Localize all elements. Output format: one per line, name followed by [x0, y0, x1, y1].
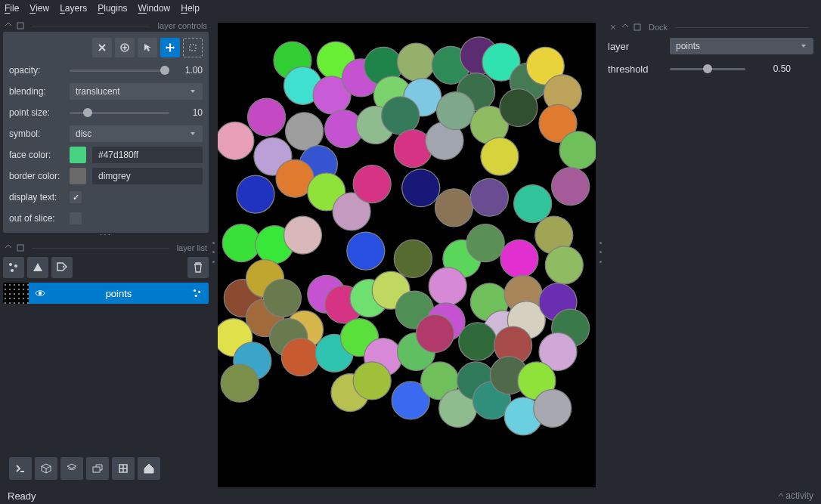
undock-icon[interactable] — [5, 244, 12, 252]
menu-layers[interactable]: Layers — [60, 3, 87, 14]
new-points-layer-button[interactable] — [3, 257, 24, 278]
widget-layer-value: points — [676, 41, 700, 51]
facecolor-label: face color: — [9, 150, 64, 160]
pointsize-label: point size: — [9, 107, 64, 118]
svg-rect-106 — [634, 24, 640, 30]
status-bar: Ready activity — [0, 487, 821, 504]
undock-icon[interactable] — [5, 22, 12, 29]
viewer-toolbar — [3, 453, 209, 484]
status-text: Ready — [8, 490, 36, 502]
displaytext-label: display text: — [9, 192, 64, 203]
roll-dims-button[interactable] — [60, 457, 83, 480]
svg-rect-11 — [93, 467, 100, 472]
svg-point-3 — [9, 263, 12, 266]
layer-controls-title: layer controls — [158, 21, 207, 30]
panel-resize-handle[interactable]: ··· — [3, 233, 209, 240]
svg-point-43 — [559, 131, 596, 169]
layer-name: points — [51, 288, 186, 299]
svg-point-48 — [353, 165, 391, 203]
widget-threshold-value[interactable]: 0.50 — [753, 63, 791, 74]
svg-point-6 — [63, 266, 64, 267]
outofslice-label: out of slice: — [9, 213, 64, 224]
svg-point-49 — [402, 169, 440, 207]
svg-point-85 — [281, 339, 319, 376]
visibility-icon[interactable] — [35, 288, 45, 298]
bordercolor-swatch[interactable] — [70, 168, 86, 184]
svg-point-4 — [14, 264, 17, 267]
opacity-label: opacity: — [9, 65, 64, 76]
delete-mode-button[interactable] — [92, 38, 112, 57]
activity-indicator[interactable]: activity — [778, 490, 813, 501]
menu-bar: File View Layers Plugins Window Help — [0, 0, 821, 17]
pointsize-slider[interactable] — [70, 107, 169, 118]
new-shapes-layer-button[interactable] — [27, 257, 48, 278]
menu-view[interactable]: View — [29, 3, 49, 14]
blending-dropdown[interactable]: translucent — [70, 83, 203, 100]
svg-point-40 — [481, 138, 519, 175]
svg-point-10 — [195, 295, 197, 297]
svg-point-41 — [500, 89, 538, 127]
symbol-label: symbol: — [9, 128, 64, 139]
svg-point-62 — [500, 240, 538, 277]
svg-rect-2 — [17, 245, 23, 251]
svg-point-90 — [416, 314, 454, 352]
outofslice-checkbox[interactable] — [70, 212, 82, 224]
transform-mode-button[interactable] — [183, 38, 203, 57]
close-icon[interactable] — [609, 23, 617, 31]
svg-point-44 — [237, 175, 274, 213]
canvas-area — [212, 17, 602, 487]
chevron-down-icon — [800, 42, 807, 50]
svg-point-54 — [552, 168, 590, 206]
float-icon[interactable] — [17, 22, 24, 29]
left-sidebar: layer controls — [0, 17, 212, 487]
float-icon[interactable] — [17, 244, 24, 252]
widget-layer-dropdown[interactable]: points — [670, 38, 813, 54]
menu-file[interactable]: File — [5, 3, 19, 14]
layer-thumbnail — [3, 283, 29, 304]
pointsize-value[interactable]: 10 — [175, 107, 203, 118]
menu-window[interactable]: Window — [138, 3, 171, 14]
delete-layer-button[interactable] — [187, 257, 209, 278]
console-button[interactable] — [9, 457, 32, 480]
svg-point-55 — [222, 224, 260, 262]
svg-point-9 — [198, 291, 200, 293]
grid-button[interactable] — [112, 457, 135, 480]
menu-plugins[interactable]: Plugins — [98, 3, 127, 14]
svg-point-59 — [394, 240, 432, 277]
svg-point-29 — [218, 122, 254, 159]
facecolor-swatch[interactable] — [70, 147, 86, 163]
layer-type-points-icon — [192, 288, 203, 298]
svg-point-61 — [466, 224, 504, 262]
ndisplay-button[interactable] — [35, 457, 57, 480]
transpose-button[interactable] — [86, 457, 109, 480]
float-icon[interactable] — [634, 23, 641, 31]
svg-point-105 — [534, 389, 572, 427]
new-labels-layer-button[interactable] — [51, 257, 73, 278]
add-point-button[interactable] — [115, 38, 135, 57]
displaytext-checkbox[interactable] — [70, 191, 82, 203]
select-mode-button[interactable] — [138, 38, 157, 57]
undock-icon[interactable] — [621, 23, 629, 31]
symbol-dropdown[interactable]: disc — [70, 125, 203, 142]
svg-point-74 — [429, 267, 466, 305]
layer-item-points[interactable]: points — [3, 283, 209, 304]
widget-threshold-slider[interactable] — [670, 63, 745, 74]
resize-handle-left[interactable] — [210, 242, 216, 263]
widget-layer-label: layer — [608, 41, 662, 52]
svg-point-31 — [286, 113, 324, 150]
svg-point-8 — [194, 289, 196, 292]
bordercolor-field[interactable]: dimgrey — [92, 168, 203, 184]
opacity-value[interactable]: 1.00 — [175, 65, 203, 76]
pan-zoom-mode-button[interactable] — [160, 38, 180, 57]
chevron-down-icon — [189, 88, 197, 95]
viewer-canvas[interactable] — [218, 23, 596, 487]
opacity-slider[interactable] — [70, 65, 169, 76]
facecolor-field[interactable]: #47d180ff — [92, 147, 203, 163]
layer-controls-header: layer controls — [3, 20, 209, 32]
svg-point-94 — [221, 364, 259, 402]
symbol-value: disc — [76, 128, 91, 139]
resize-handle-right[interactable] — [597, 242, 603, 263]
blending-value: translucent — [76, 86, 120, 97]
home-button[interactable] — [138, 457, 160, 480]
menu-help[interactable]: Help — [181, 3, 200, 14]
